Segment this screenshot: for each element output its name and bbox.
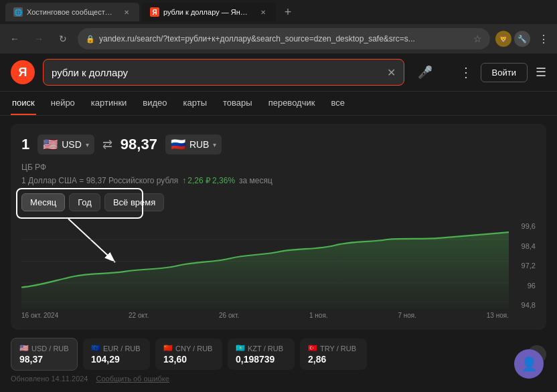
rate-change: ↑ 2,26 ₽ 2,36%	[182, 176, 235, 185]
change-arrow-icon: ↑	[182, 176, 186, 185]
cbrf-label: ЦБ РФ	[21, 163, 536, 172]
period-year-button[interactable]: Год	[69, 193, 100, 211]
ext-icon-2[interactable]: 🔧	[514, 31, 530, 47]
reload-button[interactable]: ↻	[54, 29, 72, 48]
microphone-icon[interactable]: 🎤	[418, 65, 432, 80]
x-label-6: 13 ноя.	[487, 312, 509, 319]
to-flag: 🇷🇺	[171, 137, 185, 152]
tab-2-close[interactable]: ✕	[258, 7, 268, 17]
pair-try-flag: 🇹🇷	[308, 344, 317, 353]
pair-kzt-rub-name: 🇰🇿 KZT / RUB	[236, 344, 287, 353]
y-label-2: 98,4	[511, 242, 536, 250]
chart-y-labels: 99,6 98,4 97,2 96 94,8	[511, 222, 536, 309]
forward-button[interactable]: →	[29, 29, 48, 48]
currency-widget: 1 🇺🇸 USD ▾ ⇄ 98,37 🇷🇺 RUB ▾ ЦБ РФ 1 Долл…	[11, 124, 546, 330]
address-bar[interactable]: 🔒 yandex.ru/search/?text=рубли+к+доллару…	[78, 28, 490, 50]
search-input[interactable]	[52, 67, 382, 78]
tab-maps[interactable]: карты	[182, 92, 208, 115]
x-label-4: 1 ноя.	[309, 312, 328, 319]
pair-try-rub-value: 2,86	[308, 354, 359, 365]
pair-usd-rub-value: 98,37	[19, 354, 69, 365]
change-period: за месяц	[239, 176, 272, 185]
currency-converter: 1 🇺🇸 USD ▾ ⇄ 98,37 🇷🇺 RUB ▾	[21, 134, 536, 155]
search-clear-button[interactable]: ✕	[387, 66, 396, 79]
browser-chrome: 🌐 Хостинговое сообщество «Tim… ✕ Я рубли…	[0, 0, 557, 54]
tab-translate[interactable]: переводчик	[267, 92, 317, 115]
header-menu-icon[interactable]: ⋮	[459, 64, 473, 80]
chart-svg	[21, 222, 509, 309]
change-percent: 2,36%	[212, 176, 235, 185]
extension-icons: 🦁 🔧	[495, 31, 530, 47]
tab-images[interactable]: картинки	[90, 92, 129, 115]
period-month-button[interactable]: Месяц	[21, 193, 65, 211]
update-info: Обновлено 14.11.2024 Сообщить об ошибке	[11, 375, 546, 383]
pair-kzt-rub[interactable]: 🇰🇿 KZT / RUB 0,198739	[228, 338, 295, 370]
pair-kzt-flag: 🇰🇿	[236, 344, 245, 353]
x-label-1: 16 окт. 2024	[21, 312, 58, 319]
swap-currencies-icon[interactable]: ⇄	[102, 137, 112, 152]
nav-bar: ← → ↻ 🔒 yandex.ru/search/?text=рубли+к+д…	[0, 24, 557, 54]
new-tab-button[interactable]: +	[278, 3, 297, 21]
rate-info: 1 Доллар США = 98,37 Российского рубля ↑…	[21, 176, 536, 185]
ext-icon-1[interactable]: 🦁	[495, 31, 511, 47]
alice-icon: 👤	[521, 356, 538, 372]
rate-text: 1 Доллар США = 98,37 Российского рубля	[21, 176, 178, 185]
back-button[interactable]: ←	[5, 29, 24, 48]
pair-kzt-rub-value: 0,198739	[236, 354, 287, 365]
hamburger-menu-icon[interactable]: ☰	[536, 65, 546, 80]
browser-menu-button[interactable]: ⋮	[536, 31, 552, 47]
yandex-header: Я ✕ 🎤 ⋮ Войти ☰	[0, 54, 557, 92]
pair-eur-rub-value: 104,29	[91, 354, 142, 365]
y-label-3: 97,2	[511, 262, 536, 270]
exchange-rate-chart: 99,6 98,4 97,2 96 94,8	[21, 222, 536, 309]
tab-neuro[interactable]: нейро	[50, 92, 76, 115]
period-alltime-button[interactable]: Всё время	[104, 193, 164, 211]
header-actions: ⋮ Войти ☰	[459, 63, 546, 82]
currency-result: 98,37	[121, 136, 157, 153]
from-currency-selector[interactable]: 🇺🇸 USD ▾	[37, 134, 94, 155]
period-buttons-container: Месяц Год Всё время	[21, 193, 164, 219]
pair-try-rub[interactable]: 🇹🇷 TRY / RUB 2,86	[300, 338, 367, 370]
tab-1-close[interactable]: ✕	[122, 7, 131, 17]
tab-market[interactable]: товары	[222, 92, 254, 115]
tab-1[interactable]: 🌐 Хостинговое сообщество «Tim… ✕	[5, 3, 139, 21]
update-text: Обновлено 14.11.2024	[11, 375, 88, 383]
to-chevron-icon: ▾	[213, 141, 216, 149]
pair-eur-flag: 🇪🇺	[91, 344, 100, 353]
login-button[interactable]: Войти	[481, 63, 528, 82]
pair-try-rub-name: 🇹🇷 TRY / RUB	[308, 344, 359, 353]
pair-usd-rub[interactable]: 🇺🇸 USD / RUB 98,37	[11, 338, 78, 371]
from-flag: 🇺🇸	[43, 137, 58, 152]
search-bar[interactable]: ✕	[43, 59, 404, 86]
tab-all[interactable]: все	[329, 92, 346, 115]
x-label-2: 22 окт.	[129, 312, 149, 319]
currency-pairs-row: 🇺🇸 USD / RUB 98,37 🇪🇺 EUR / RUB 104,29 🇨…	[11, 338, 546, 371]
to-currency-selector[interactable]: 🇷🇺 RUB ▾	[165, 134, 222, 155]
tab-1-icon: 🌐	[13, 7, 23, 17]
y-label-5: 94,8	[511, 301, 536, 309]
alice-assistant-button[interactable]: 👤	[514, 349, 544, 379]
tab-2-label: рубли к доллару — Яндекс: не…	[163, 8, 252, 16]
bookmark-icon[interactable]: ☆	[473, 33, 482, 44]
pair-eur-rub-name: 🇪🇺 EUR / RUB	[91, 344, 142, 353]
tab-bar: 🌐 Хостинговое сообщество «Tim… ✕ Я рубли…	[0, 0, 557, 24]
report-error-link[interactable]: Сообщить об ошибке	[96, 375, 169, 383]
pair-cny-rub[interactable]: 🇨🇳 CNY / RUB 13,60	[155, 338, 222, 370]
x-label-5: 7 ноя.	[398, 312, 416, 319]
pair-cny-rub-value: 13,60	[163, 354, 214, 365]
yandex-logo[interactable]: Я	[11, 60, 35, 84]
from-chevron-icon: ▾	[86, 141, 89, 149]
pair-usd-flag: 🇺🇸	[19, 344, 29, 353]
pair-eur-rub[interactable]: 🇪🇺 EUR / RUB 104,29	[83, 338, 150, 370]
y-label-1: 99,6	[511, 222, 536, 230]
change-value: 2,26 ₽	[187, 176, 211, 185]
lock-icon: 🔒	[86, 35, 95, 43]
tab-search[interactable]: поиск	[11, 92, 36, 115]
search-nav-tabs: поиск нейро картинки видео карты товары …	[0, 92, 557, 116]
tab-video[interactable]: видео	[141, 92, 168, 115]
pair-cny-rub-name: 🇨🇳 CNY / RUB	[163, 344, 214, 353]
yandex-page: Я ✕ 🎤 ⋮ Войти ☰ поиск нейро картинки вид…	[0, 54, 557, 392]
currency-amount: 1	[21, 136, 29, 153]
tab-2[interactable]: Я рубли к доллару — Яндекс: не… ✕	[142, 3, 276, 21]
y-label-4: 96	[511, 282, 536, 290]
